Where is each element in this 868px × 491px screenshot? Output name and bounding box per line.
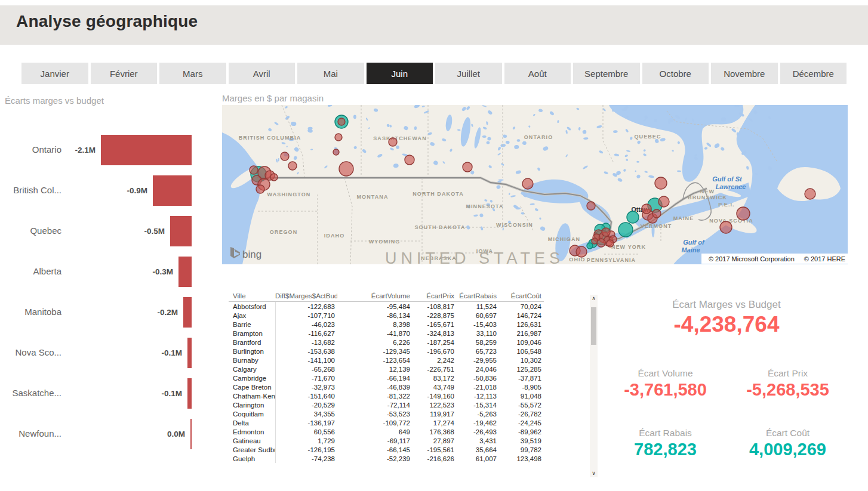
table-cell: 109,046 <box>499 338 544 347</box>
map-bubble-red[interactable] <box>576 246 587 257</box>
map-bubble-red[interactable] <box>256 185 264 193</box>
map-bubble-red[interactable] <box>463 162 472 172</box>
month-tab-juillet[interactable]: Juillet <box>435 63 502 84</box>
map-bubble-red[interactable] <box>592 238 598 244</box>
bar-rect[interactable] <box>183 297 192 328</box>
map-bubble-red[interactable] <box>642 204 651 214</box>
map-bubble-red[interactable] <box>333 149 339 155</box>
map-bubble-red[interactable] <box>270 174 278 181</box>
table-cell: 125,285 <box>499 365 544 373</box>
table-cell: -32,973 <box>275 382 337 391</box>
map-bubble-red[interactable] <box>250 166 258 174</box>
bar-row[interactable]: Manitoba-0.2M <box>5 292 217 333</box>
table-row[interactable]: Gatineau1,729-69,11727,8973,43139,519 <box>229 436 544 445</box>
bar-row[interactable]: British Col...-0.9M <box>5 171 217 211</box>
map-bubble-teal[interactable] <box>618 223 633 237</box>
map-bubble-red[interactable] <box>339 162 353 176</box>
table-cell: -71,670 <box>275 373 337 382</box>
map-bubble-red[interactable] <box>335 134 342 141</box>
map-bubble-red[interactable] <box>658 196 669 207</box>
table-cell: 27,897 <box>413 436 457 445</box>
table-row[interactable]: Greater Sudbury-126,195-66,145-195,56135… <box>229 445 544 454</box>
bar-row[interactable]: Ontario-2.1M <box>5 130 217 171</box>
map-bubble-teal[interactable] <box>627 211 639 223</box>
table-cell: 649 <box>337 427 413 436</box>
map-bubble-red[interactable] <box>587 202 595 210</box>
month-tab-novembre[interactable]: Novembre <box>711 63 778 84</box>
month-tab-février[interactable]: Février <box>91 63 158 84</box>
bar-rect[interactable] <box>178 257 192 287</box>
month-tab-octobre[interactable]: Octobre <box>642 63 709 84</box>
month-tab-juin[interactable]: Juin <box>367 63 433 84</box>
table-row[interactable]: Delta-136,197-109,77217,274-19,462-24,24… <box>229 418 544 427</box>
map-bubble-red[interactable] <box>805 189 815 199</box>
map-bubble-red[interactable] <box>405 155 414 165</box>
table-row[interactable]: Cambridge-71,670-66,19483,172-50,836-37,… <box>229 373 544 382</box>
map-bubble-red[interactable] <box>607 240 614 247</box>
scrollbar-thumb[interactable] <box>591 307 596 345</box>
map-bubble-red[interactable] <box>389 138 397 146</box>
table-cell: Brantford <box>229 338 275 347</box>
month-tab-mars[interactable]: Mars <box>159 63 226 84</box>
map-bubble-teal[interactable] <box>587 243 593 249</box>
table-row[interactable]: Barrie-46,0238,398-165,671-15,403126,631 <box>229 320 544 329</box>
table-row[interactable]: Ajax-107,710-86,134-228,87560,697146,724 <box>229 311 544 320</box>
map-bubble-red[interactable] <box>602 228 610 236</box>
table-cell: 1,729 <box>275 436 337 445</box>
table-row[interactable]: Brantford-13,6826,226-187,25458,259109,0… <box>229 338 544 347</box>
column-header[interactable]: ÉcartVolume <box>337 292 413 302</box>
month-tab-mai[interactable]: Mai <box>297 63 364 84</box>
table-row[interactable]: Clarington-20,529-72,114122,523-15,314-5… <box>229 400 544 409</box>
table-row[interactable]: Guelph-74,238-52,239-216,62661,007123,49… <box>229 454 544 463</box>
table-row[interactable]: Edmonton60,556649176,368-26,493-89,962 <box>229 427 544 436</box>
table-cell: -165,671 <box>413 320 457 329</box>
column-header[interactable]: Ville <box>229 292 275 302</box>
bar-row[interactable]: Quebec-0.5M <box>5 211 217 252</box>
map-bubble-red[interactable] <box>720 221 732 233</box>
month-tab-août[interactable]: Août <box>504 63 571 84</box>
bar-rect[interactable] <box>187 378 192 409</box>
map-bubble-red[interactable] <box>281 152 289 160</box>
table-scrollbar[interactable]: ∧ ∨ <box>590 295 598 477</box>
map-bubble-red[interactable] <box>338 118 345 125</box>
bar-row[interactable]: Newfoun...0.0M <box>5 414 217 455</box>
bar-chart-panel: Écarts marges vs budget Ontario-2.1MBrit… <box>5 95 217 465</box>
bar-rect[interactable] <box>187 338 192 368</box>
map-bubble-red[interactable] <box>655 177 667 189</box>
bar-row[interactable]: Nova Sco...-0.1M <box>5 333 217 373</box>
table-cell: -8,905 <box>499 382 544 391</box>
bar-row[interactable]: Alberta-0.3M <box>5 252 217 292</box>
bar-row[interactable]: Saskatche...-0.1M <box>5 373 217 414</box>
month-tab-avril[interactable]: Avril <box>229 63 296 84</box>
bar-rect[interactable] <box>190 419 192 449</box>
bing-map[interactable]: BRITISH COLUMBIASASKATCHEWANONTARIOQUEBE… <box>222 105 848 264</box>
table-row[interactable]: Coquitlam34,355-53,523119,917-5,263-26,7… <box>229 409 544 418</box>
table-row[interactable]: Burnaby-141,100-123,6542,242-29,95510,30… <box>229 356 544 365</box>
table-cell: 39,519 <box>499 436 544 445</box>
column-header[interactable]: ÉcartPrix <box>413 292 457 302</box>
map-bubble-red[interactable] <box>737 207 750 220</box>
kpi-card: Écart Volume-3,761,580 <box>604 368 727 400</box>
table-row[interactable]: Cape Breton-32,973-46,83943,749-21,018-8… <box>229 382 544 391</box>
map-bubble-red[interactable] <box>652 209 661 218</box>
bar-rect[interactable] <box>153 175 192 206</box>
column-header[interactable]: ÉcartCoût <box>499 292 544 302</box>
table-cell: 6,226 <box>337 338 413 347</box>
scroll-up-icon[interactable]: ∧ <box>590 295 598 302</box>
table-row[interactable]: Abbotsford-122,683-95,484-108,81711,5247… <box>229 302 544 311</box>
table-row[interactable]: Chatham-Kent-151,640-81,322-149,160-12,1… <box>229 391 544 400</box>
month-tab-septembre[interactable]: Septembre <box>573 63 640 84</box>
scroll-down-icon[interactable]: ∨ <box>590 470 598 477</box>
table-row[interactable]: Calgary-65,26812,139-226,75124,046125,28… <box>229 365 544 373</box>
column-header[interactable]: ÉcartRabais <box>457 292 499 302</box>
bar-rect[interactable] <box>101 135 192 165</box>
column-header[interactable]: Diff$Marges$ActBud <box>275 292 337 302</box>
month-tab-décembre[interactable]: Décembre <box>780 63 847 84</box>
map-bubble-red[interactable] <box>288 162 297 170</box>
kpi-value: 782,823 <box>604 440 727 459</box>
bar-rect[interactable] <box>170 216 192 246</box>
table-row[interactable]: Brampton-116,627-41,870-324,81333,110216… <box>229 329 544 338</box>
table-row[interactable]: Burlington-153,638-129,345-196,67065,723… <box>229 347 544 356</box>
map-bubble-red[interactable] <box>522 178 533 189</box>
month-tab-janvier[interactable]: Janvier <box>21 63 88 84</box>
